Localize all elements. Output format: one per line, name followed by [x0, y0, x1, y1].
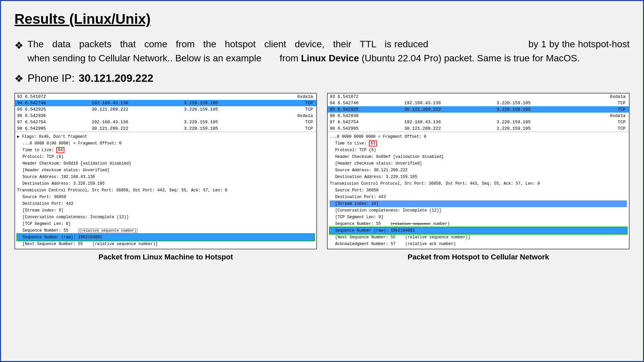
table-row: 94 6.542746 192.168.43.136 3.220.159.105… [328, 100, 629, 106]
bullet1-content: The data packets that come from the hots… [28, 37, 630, 65]
detail-line: ...0 0000 0|00 0000| = Fragment Offset: … [17, 140, 314, 147]
detail-line: Source Port: 36050 [330, 187, 627, 194]
bullet-diamond-2: ❖ [14, 73, 23, 84]
right-detail-area: ...0 0000 0000 0000 = Fragment Offset: 0… [328, 132, 629, 249]
detail-line: Protocol: TCP (6) [330, 147, 627, 154]
detail-line: Destination Address: 3.220.159.105 [330, 174, 627, 180]
detail-line: Destination Address: 3.220.159.105 [17, 180, 314, 187]
left-detail-area: ▶ Flags: 0x40, Don't fragment ...0 0000 … [15, 132, 316, 249]
detail-line: Header Checksum: 0x09ef [validation disa… [330, 154, 627, 160]
table-row: 94 6.542746 192.168.43.136 3.220.159.105… [15, 100, 316, 106]
table-row: 96 6.542936 0xda1a [328, 113, 629, 119]
detail-line: Source Address: 192.168.43.136 [17, 174, 314, 180]
detail-line: ▶ Flags: 0x40, Don't fragment [17, 133, 314, 140]
bullet-diamond-1: ❖ [14, 38, 23, 53]
table-row: 97 6.542754 192.168.43.136 3.220.159.105… [15, 119, 316, 125]
table-row: 95 6.542925 30.121.209.222 3.220.159.105… [15, 106, 316, 113]
detail-line: Protocol: TCP (6) [17, 154, 314, 160]
right-panel-caption: Packet from Hotspot to Cellular Network [327, 253, 630, 261]
phone-ip-value: 30.121.209.222 [79, 72, 153, 84]
table-row: 98 6.542995 30.121.209.222 3.220.159.105… [328, 125, 629, 132]
left-packet-table: 93 6.541072 0xda1a 94 6.542746 192.168.4… [15, 94, 316, 132]
left-panel: 93 6.541072 0xda1a 94 6.542746 192.168.4… [14, 93, 317, 261]
left-packet-panel: 93 6.541072 0xda1a 94 6.542746 192.168.4… [14, 93, 317, 249]
table-row: 93 6.541072 0xda1a [328, 94, 629, 100]
detail-line: ...0 0000 0000 0000 = Fragment Offset: 0 [330, 133, 627, 140]
stream-index-line: [Stream index: 10] [330, 200, 627, 207]
detail-line: [Header checksum status: Unverified] [17, 167, 314, 174]
detail-line: Acknowledgment Number: 57 (relative ack … [330, 241, 627, 247]
detail-line: Sequence Number: 55 (relative sequence n… [330, 221, 627, 227]
detail-line: [Stream index: 9] [17, 207, 314, 214]
detail-line: Transmission Control Protocol, Src Port:… [330, 180, 627, 187]
right-packet-table: 93 6.541072 0xda1a 94 6.542746 192.168.4… [328, 94, 629, 132]
ttl-value: 63 [369, 140, 377, 146]
slide: Results (Linux/Unix) ❖ The data packets … [0, 0, 644, 362]
left-panel-caption: Packet from Linux Machine to Hotspot [14, 253, 317, 261]
table-row: 93 6.541072 0xda1a [15, 94, 316, 100]
detail-line: Sequence Number: 55 (relative sequence n… [17, 227, 314, 234]
detail-line: Source Address: 30.121.209.222 [330, 167, 627, 174]
bullet1: ❖ The data packets that come from the ho… [14, 37, 630, 65]
right-panel: 93 6.541072 0xda1a 94 6.542746 192.168.4… [327, 93, 630, 261]
detail-line: Transmission Control Protocol, Src Port:… [17, 187, 314, 194]
page-title: Results (Linux/Unix) [14, 11, 630, 27]
detail-line: [Conversation completeness: Incomplete (… [17, 214, 314, 221]
table-row: 95 6.542925 30.121.209.222 3.220.159.105… [328, 106, 629, 113]
detail-line: [TCP Segment Len: 0] [17, 221, 314, 227]
detail-line: [Conversation completeness: Incomplete (… [330, 207, 627, 214]
detail-line: Destination Port: 443 [330, 194, 627, 200]
ttl-value: 64 [56, 147, 64, 153]
table-row: 97 6.542754 192.168.43.136 3.220.159.105… [328, 119, 629, 125]
right-packet-panel: 93 6.541072 0xda1a 94 6.542746 192.168.4… [327, 93, 630, 249]
detail-line: Source Port: 36050 [17, 194, 314, 200]
detail-line: [TCP Segment Len: 0] [330, 214, 627, 221]
detail-line: [Next Sequence Number: 55 (relative sequ… [17, 241, 314, 247]
seq-raw-line: Sequence Number (raw): 1962164891 [17, 234, 314, 241]
detail-line-ttl: Time to Live: 64 [17, 147, 314, 154]
phone-ip-section: ❖ Phone IP: 30.121.209.222 [14, 72, 630, 84]
table-row: 98 6.542995 30.121.209.222 3.220.159.105… [15, 125, 316, 132]
detail-line-ttl: Time to Live: 63 [330, 140, 627, 147]
detail-line: Header Checksum: 0x0d16 [validation disa… [17, 160, 314, 167]
seq-raw-line: Sequence Number (raw): 1962164891 [330, 227, 627, 234]
table-row: 96 6.542936 0xda1a [15, 113, 316, 119]
detail-line: [Header checksum status: Unverified] [330, 160, 627, 167]
detail-line: [Next Sequence Number: 55 (relative sequ… [330, 234, 627, 241]
phone-ip-label: Phone IP: [28, 72, 75, 84]
panels-container: 93 6.541072 0xda1a 94 6.542746 192.168.4… [14, 93, 630, 261]
detail-line: Destination Port: 443 [17, 200, 314, 207]
